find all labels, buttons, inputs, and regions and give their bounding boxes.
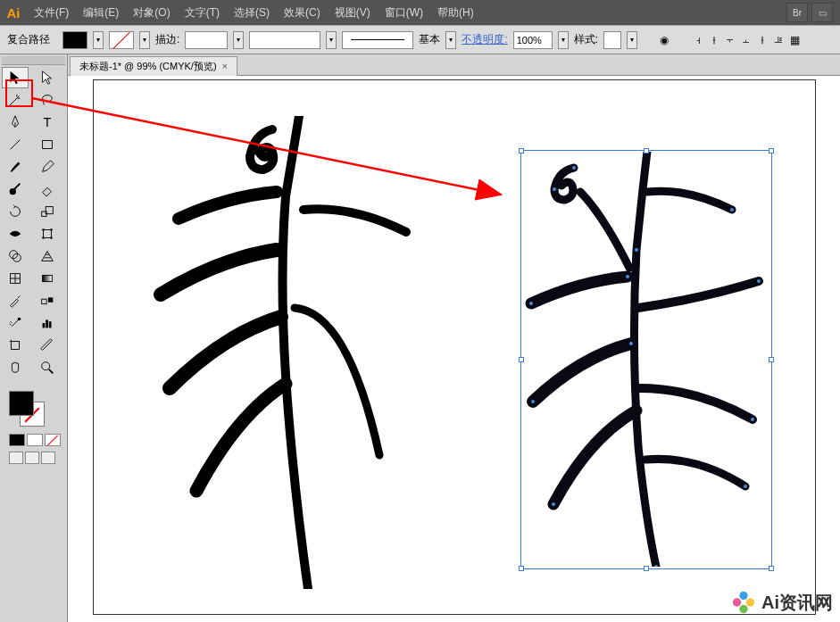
type-tool[interactable]: T — [34, 112, 61, 133]
document-tab[interactable]: 未标题-1* @ 99% (CMYK/预览) × — [70, 56, 237, 76]
stroke-dropdown[interactable]: ▾ — [139, 31, 150, 49]
color-mode-solid[interactable] — [9, 434, 25, 446]
fill-color-box[interactable] — [9, 391, 34, 416]
slice-tool[interactable] — [34, 335, 61, 356]
style-dropdown[interactable]: ▾ — [627, 31, 637, 49]
tab-strip: 未标题-1* @ 99% (CMYK/预览) × — [68, 54, 840, 76]
perspective-grid-tool[interactable] — [34, 245, 61, 267]
eyedropper-tool[interactable] — [2, 290, 29, 311]
bridge-button[interactable]: Br — [786, 3, 808, 22]
stroke-weight-input[interactable] — [185, 31, 228, 49]
svg-point-34 — [626, 275, 629, 278]
canvas[interactable] — [93, 79, 840, 622]
opacity-label[interactable]: 不透明度: — [462, 32, 507, 47]
rectangle-tool[interactable] — [34, 134, 61, 155]
fill-swatch[interactable] — [62, 31, 87, 49]
menu-object[interactable]: 对象(O) — [126, 0, 177, 25]
menu-help[interactable]: 帮助(H) — [430, 0, 481, 25]
align-right-icon[interactable]: ⫟ — [723, 32, 737, 48]
svg-point-20 — [18, 318, 21, 321]
hand-tool[interactable] — [2, 357, 29, 378]
magic-wand-tool[interactable] — [2, 89, 29, 111]
control-bar: 复合路径 ▾ ▾ 描边: ▾ ▾ 基本 ▾ 不透明度: 100% ▾ 样式: ▾… — [0, 25, 840, 54]
draw-inside-icon[interactable] — [41, 452, 55, 464]
rotate-tool[interactable] — [2, 201, 29, 222]
pen-tool[interactable] — [2, 112, 29, 133]
graphic-style-swatch[interactable] — [603, 31, 621, 49]
selection-tool[interactable] — [2, 67, 29, 88]
svg-point-12 — [10, 251, 18, 259]
transform-panel-icon[interactable]: ▦ — [787, 32, 802, 48]
brush-label: 基本 — [419, 32, 440, 47]
width-tool[interactable] — [2, 223, 29, 245]
svg-point-13 — [12, 253, 21, 261]
column-graph-tool[interactable] — [34, 312, 61, 334]
align-vcenter-icon[interactable]: ⫲ — [755, 32, 769, 48]
menu-effect[interactable]: 效果(C) — [277, 0, 328, 25]
stroke-swatch[interactable] — [109, 31, 134, 49]
line-tool[interactable] — [2, 134, 29, 155]
opacity-dropdown[interactable]: ▾ — [558, 31, 569, 49]
document-tab-close[interactable]: × — [222, 61, 228, 71]
brush-dropdown[interactable]: ▾ — [445, 31, 456, 49]
stroke-weight-dropdown[interactable]: ▾ — [233, 31, 244, 49]
scale-tool[interactable] — [34, 201, 61, 222]
svg-rect-21 — [43, 323, 46, 328]
menu-view[interactable]: 视图(V) — [328, 0, 378, 25]
eraser-tool[interactable] — [34, 178, 61, 200]
lasso-tool[interactable] — [34, 89, 61, 111]
color-mode-gradient[interactable] — [27, 434, 43, 446]
direct-selection-tool[interactable] — [34, 67, 61, 88]
svg-point-36 — [629, 342, 633, 345]
fill-dropdown[interactable]: ▾ — [93, 31, 104, 49]
fill-stroke-indicator[interactable] — [9, 391, 45, 427]
artwork-plant-right[interactable] — [513, 152, 763, 567]
style-label: 样式: — [574, 32, 598, 47]
menubar: Ai 文件(F) 编辑(E) 对象(O) 文字(T) 选择(S) 效果(C) 视… — [0, 0, 840, 25]
align-bottom-icon[interactable]: ⫡ — [771, 32, 786, 48]
recolor-artwork-icon[interactable]: ◉ — [657, 32, 671, 48]
menu-window[interactable]: 窗口(W) — [378, 0, 430, 25]
app-logo: Ai — [0, 0, 27, 25]
svg-point-27 — [42, 362, 50, 370]
opacity-input[interactable]: 100% — [513, 31, 553, 49]
svg-point-35 — [531, 400, 535, 403]
svg-point-32 — [635, 248, 638, 252]
artboard-tool[interactable] — [2, 335, 29, 356]
zoom-tool[interactable] — [34, 357, 61, 378]
menu-edit[interactable]: 编辑(E) — [76, 0, 126, 25]
shape-builder-tool[interactable] — [2, 245, 29, 267]
watermark: Ai资讯网 — [731, 590, 833, 615]
draw-normal-icon[interactable] — [9, 452, 23, 464]
align-top-icon[interactable]: ⫠ — [739, 32, 753, 48]
svg-rect-19 — [48, 297, 53, 302]
mesh-tool[interactable] — [2, 268, 29, 289]
blend-tool[interactable] — [34, 290, 61, 311]
stroke-weight-label: 描边: — [155, 32, 179, 47]
symbol-sprayer-tool[interactable] — [2, 312, 29, 334]
align-left-icon[interactable]: ⫞ — [691, 32, 705, 48]
svg-point-40 — [751, 418, 754, 421]
paintbrush-tool[interactable] — [2, 156, 29, 178]
align-hcenter-icon[interactable]: ⫲ — [707, 32, 721, 48]
draw-behind-icon[interactable] — [25, 452, 39, 464]
svg-point-30 — [553, 187, 556, 191]
menu-file[interactable]: 文件(F) — [27, 0, 76, 25]
gradient-tool[interactable] — [34, 268, 61, 289]
arrange-button[interactable]: ▭ — [811, 3, 833, 22]
blob-brush-tool[interactable] — [2, 178, 29, 200]
stroke-profile-dropdown[interactable]: ▾ — [326, 31, 337, 49]
free-transform-tool[interactable] — [34, 223, 61, 245]
pencil-tool[interactable] — [34, 156, 61, 178]
color-mode-none[interactable] — [45, 434, 61, 446]
menu-type[interactable]: 文字(T) — [178, 0, 227, 25]
menu-select[interactable]: 选择(S) — [227, 0, 277, 25]
toolbar-tab[interactable] — [2, 56, 65, 65]
artboard — [93, 79, 816, 615]
stroke-profile-input[interactable] — [249, 31, 320, 49]
svg-point-37 — [552, 502, 555, 506]
svg-point-44 — [739, 592, 747, 600]
flower-icon — [731, 590, 756, 615]
brush-definition[interactable] — [342, 31, 413, 49]
svg-point-47 — [733, 598, 741, 606]
